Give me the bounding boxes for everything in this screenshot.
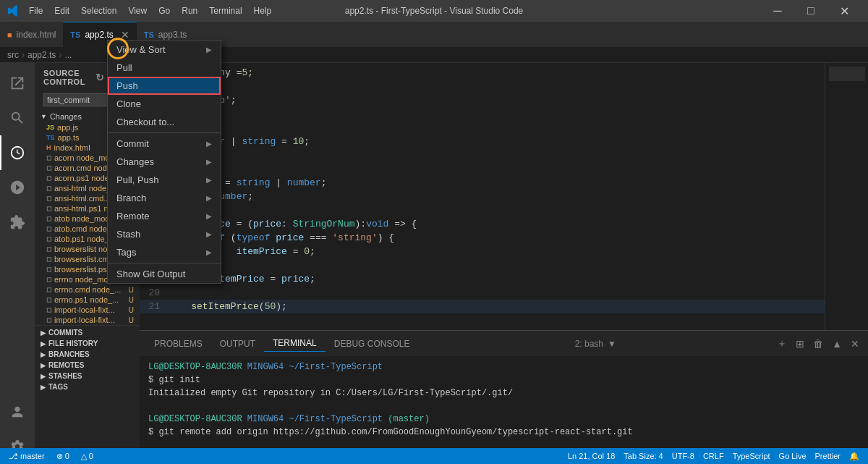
generic-file-icon: ◻ bbox=[46, 225, 51, 232]
menu-edit[interactable]: Edit bbox=[50, 4, 74, 17]
file-item[interactable]: ◻errno.cmd node_...U bbox=[35, 284, 140, 295]
file-item[interactable]: ◻import-local-fixt...U bbox=[35, 315, 140, 325]
minimize-button[interactable]: ─ bbox=[761, 0, 794, 22]
terminal-tab-bar: PROBLEMS OUTPUT TERMINAL DEBUG CONSOLE 2… bbox=[140, 331, 868, 356]
context-menu-item-changes[interactable]: Changes▶ bbox=[108, 153, 221, 171]
context-menu-label: Remote bbox=[116, 211, 203, 222]
activity-run[interactable] bbox=[0, 170, 35, 205]
remotes-section[interactable]: ▶ REMOTES bbox=[35, 360, 140, 371]
context-menu-item-push[interactable]: Push bbox=[108, 77, 221, 95]
menu-bar: File Edit Selection View Go Run Terminal… bbox=[25, 4, 276, 17]
status-tab-size[interactable]: Tab Size: 4 bbox=[621, 452, 665, 461]
status-notifications[interactable]: 🔔 bbox=[846, 452, 862, 461]
file-item[interactable]: ◻import-local-fixt...U bbox=[35, 305, 140, 315]
commits-section[interactable]: ▶ COMMITS bbox=[35, 327, 140, 338]
menu-help[interactable]: Help bbox=[250, 4, 276, 17]
tab-label-app2: app2.ts bbox=[85, 30, 113, 40]
code-line: } bbox=[140, 258, 868, 272]
tab-index-html[interactable]: ■ index.html bbox=[0, 22, 63, 47]
status-branch[interactable]: ⎇ master bbox=[6, 452, 48, 461]
file-history-section[interactable]: ▶ FILE HISTORY bbox=[35, 338, 140, 349]
breadcrumb-part1[interactable]: src bbox=[7, 50, 19, 60]
tab-output[interactable]: OUTPUT bbox=[211, 336, 264, 352]
activity-explorer[interactable] bbox=[0, 66, 35, 101]
context-menu-label: Pull bbox=[116, 62, 212, 73]
tab-problems[interactable]: PROBLEMS bbox=[145, 336, 211, 352]
terminal-line: LG@DESKTOP-8AUC30R MINGW64 ~/First-TypeS… bbox=[148, 360, 859, 374]
branches-section[interactable]: ▶ BRANCHES bbox=[35, 349, 140, 360]
add-terminal-btn[interactable]: ＋ bbox=[774, 336, 790, 352]
branch-icon: ⎇ bbox=[9, 452, 18, 461]
context-menu-item-stash[interactable]: Stash▶ bbox=[108, 225, 221, 243]
editor-terminal-area: ue: any =5; 'hello'; true; bbox=[140, 63, 868, 464]
status-right: Ln 21, Col 18 Tab Size: 4 UTF-8 CRLF Typ… bbox=[565, 452, 862, 461]
code-line bbox=[140, 121, 868, 135]
activity-extensions[interactable] bbox=[0, 205, 35, 240]
status-encoding[interactable]: UTF-8 bbox=[669, 452, 697, 461]
split-terminal-btn[interactable]: ⊞ bbox=[793, 337, 807, 351]
context-menu-item-tags[interactable]: Tags▶ bbox=[108, 243, 221, 261]
code-line: ue: any =5; bbox=[140, 66, 868, 80]
activity-source-control[interactable] bbox=[0, 135, 35, 170]
maximize-button[interactable]: □ bbox=[794, 0, 827, 22]
tab-debug-console[interactable]: DEBUG CONSOLE bbox=[326, 336, 419, 352]
terminal-dropdown-btn[interactable]: ▼ bbox=[606, 339, 618, 349]
context-menu-item-commit[interactable]: Commit▶ bbox=[108, 135, 221, 153]
context-menu-item-remote[interactable]: Remote▶ bbox=[108, 207, 221, 225]
menu-file[interactable]: File bbox=[25, 4, 47, 17]
status-line-col[interactable]: Ln 21, Col 18 bbox=[565, 452, 618, 461]
menu-selection[interactable]: Selection bbox=[77, 4, 121, 17]
code-line bbox=[140, 203, 868, 217]
code-line: 'ee'; bbox=[140, 148, 868, 162]
code-line: 21 setItemPrice(50); bbox=[140, 300, 868, 313]
submenu-arrow-icon: ▶ bbox=[206, 176, 212, 184]
file-badge: U bbox=[129, 306, 134, 314]
ts-file-icon-app3: TS bbox=[144, 30, 154, 39]
close-button[interactable]: ✕ bbox=[827, 0, 861, 22]
context-menu-item-pull-push[interactable]: Pull, Push▶ bbox=[108, 171, 221, 189]
commits-label: COMMITS bbox=[48, 329, 82, 337]
tab-close-button[interactable]: ✕ bbox=[121, 29, 129, 41]
maximize-panel-btn[interactable]: ▲ bbox=[829, 337, 845, 351]
title-bar-left: File Edit Selection View Go Run Terminal… bbox=[7, 4, 276, 17]
status-warnings[interactable]: △ 0 bbox=[78, 452, 96, 461]
branches-chevron: ▶ bbox=[41, 351, 46, 358]
kill-terminal-btn[interactable]: 🗑 bbox=[810, 337, 826, 351]
tab-terminal[interactable]: TERMINAL bbox=[264, 335, 326, 352]
status-branch-name: master bbox=[20, 452, 45, 460]
code-line bbox=[140, 162, 868, 176]
submenu-arrow-icon: ▶ bbox=[206, 212, 212, 220]
refresh-icon[interactable]: ↻ bbox=[95, 72, 105, 83]
menu-terminal[interactable]: Terminal bbox=[205, 4, 246, 17]
breadcrumb-part2[interactable]: app2.ts bbox=[27, 50, 56, 60]
menu-run[interactable]: Run bbox=[177, 4, 202, 17]
tags-chevron: ▶ bbox=[41, 384, 46, 391]
status-go-live[interactable]: Go Live bbox=[776, 452, 809, 461]
context-menu-item-show-git-output[interactable]: Show Git Output bbox=[108, 265, 221, 283]
context-menu-item-pull[interactable]: Pull bbox=[108, 59, 221, 77]
status-prettier[interactable]: Prettier bbox=[812, 452, 843, 461]
tab-label-index: index.html bbox=[17, 30, 56, 40]
context-menu-item-branch[interactable]: Branch▶ bbox=[108, 189, 221, 207]
context-menu-label: Checkout to... bbox=[116, 117, 212, 127]
file-item[interactable]: ◻errno.ps1 node_...U bbox=[35, 295, 140, 305]
code-line bbox=[140, 80, 868, 93]
status-line-ending[interactable]: CRLF bbox=[700, 452, 727, 461]
context-menu-item-view-sort[interactable]: View & Sort▶ bbox=[108, 41, 221, 59]
menu-go[interactable]: Go bbox=[154, 4, 174, 17]
status-language[interactable]: TypeScript bbox=[730, 452, 773, 461]
close-panel-btn[interactable]: ✕ bbox=[848, 337, 862, 351]
generic-file-icon: ◻ bbox=[46, 286, 51, 293]
branches-label: BRANCHES bbox=[48, 350, 90, 358]
status-errors[interactable]: ⊗ 0 bbox=[54, 452, 72, 461]
menu-view[interactable]: View bbox=[124, 4, 151, 17]
file-badge: U bbox=[129, 296, 134, 304]
editor-content: ue: any =5; 'hello'; true; bbox=[140, 63, 868, 313]
activity-search[interactable] bbox=[0, 101, 35, 135]
activity-account[interactable] bbox=[0, 395, 35, 429]
tags-section[interactable]: ▶ TAGS bbox=[35, 381, 140, 392]
stashes-section[interactable]: ▶ STASHES bbox=[35, 371, 140, 381]
context-menu-item-clone[interactable]: Clone bbox=[108, 95, 221, 113]
context-menu-item-checkout[interactable]: Checkout to... bbox=[108, 113, 221, 131]
breadcrumb-part3[interactable]: ... bbox=[64, 50, 72, 60]
